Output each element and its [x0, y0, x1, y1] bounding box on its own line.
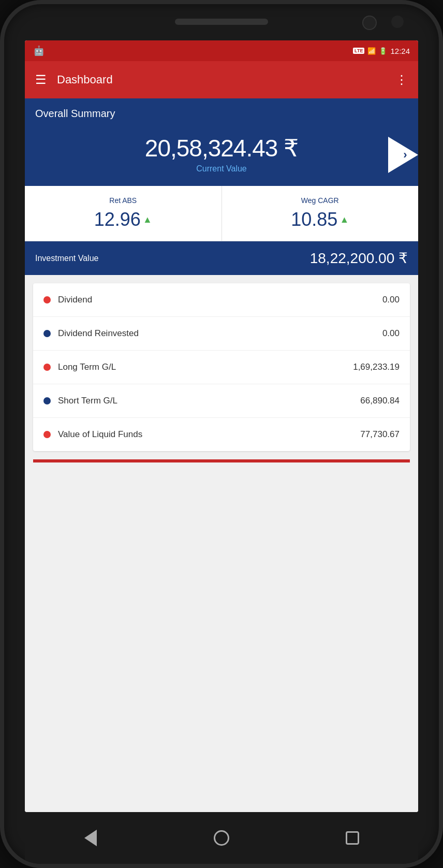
summary-section: Overall Summary 20,58,324.43 ₹ Current V… [25, 98, 418, 275]
weg-cagr-value: 10.85 ▲ [232, 209, 408, 230]
table-row: Long Term G/L 1,69,233.19 [33, 351, 410, 384]
back-icon [84, 830, 97, 846]
long-term-gl-label: Long Term G/L [58, 362, 116, 372]
investment-amount: 18,22,200.00 ₹ [310, 250, 408, 267]
ret-abs-value: 12.96 ▲ [35, 209, 211, 230]
recent-button[interactable] [339, 825, 365, 851]
investment-label: Investment Value [35, 254, 98, 263]
cards-section: Dividend 0.00 Dividend Reinvested 0.00 [25, 275, 418, 471]
table-row: Value of Liquid Funds 77,730.67 [33, 418, 410, 451]
weg-cagr-up-arrow: ▲ [339, 214, 349, 225]
app-title: Dashboard [57, 73, 395, 86]
app-bar: ☰ Dashboard ⋮ [25, 61, 418, 98]
dot-red-icon [43, 296, 51, 303]
liquid-funds-label: Value of Liquid Funds [58, 429, 142, 440]
current-value-label: Current Value [196, 164, 247, 173]
dot-blue-icon [43, 397, 51, 404]
dividend-label: Dividend [58, 295, 92, 305]
nav-bar [25, 812, 418, 864]
more-options-icon[interactable]: ⋮ [395, 73, 408, 87]
weg-cagr-cell: Weg CAGR 10.85 ▲ [222, 186, 419, 241]
next-arrow-button[interactable]: › [388, 137, 418, 173]
short-term-gl-label: Short Term G/L [58, 396, 117, 406]
summary-header: Overall Summary [25, 98, 418, 124]
status-bar-left: 🤖 [33, 45, 353, 56]
dividend-reinvested-value: 0.00 [382, 328, 400, 339]
time-display: 12:24 [390, 47, 410, 55]
battery-icon: 🔋 [379, 47, 387, 55]
speaker [391, 16, 404, 28]
liquid-funds-value: 77,730.67 [360, 429, 400, 440]
menu-icon[interactable]: ☰ [35, 73, 47, 87]
summary-card: Dividend 0.00 Dividend Reinvested 0.00 [33, 283, 410, 451]
dividend-reinvested-label: Dividend Reinvested [58, 328, 139, 339]
status-bar-right: LTE 📶 🔋 12:24 [353, 47, 410, 55]
home-button[interactable] [209, 825, 234, 851]
investment-bar: Investment Value 18,22,200.00 ₹ [25, 241, 418, 275]
long-term-gl-value: 1,69,233.19 [353, 362, 400, 372]
table-row: Dividend Reinvested 0.00 [33, 317, 410, 351]
home-icon [214, 830, 229, 846]
content-area: Overall Summary 20,58,324.43 ₹ Current V… [25, 98, 418, 812]
short-term-gl-value: 66,890.84 [360, 396, 400, 406]
dividend-value: 0.00 [382, 295, 400, 305]
weg-cagr-label: Weg CAGR [232, 196, 408, 205]
phone-shell: 🤖 LTE 📶 🔋 12:24 ☰ Dashboard ⋮ Overall Su… [0, 0, 443, 868]
current-value-area: 20,58,324.43 ₹ Current Value › [25, 124, 418, 186]
screen: 🤖 LTE 📶 🔋 12:24 ☰ Dashboard ⋮ Overall Su… [25, 40, 418, 812]
red-accent-bar [33, 459, 410, 462]
camera [362, 16, 377, 30]
signal-icon: 📶 [367, 47, 376, 55]
status-bar: 🤖 LTE 📶 🔋 12:24 [25, 40, 418, 61]
ret-abs-up-arrow: ▲ [143, 214, 152, 225]
table-row: Short Term G/L 66,890.84 [33, 384, 410, 418]
android-icon: 🤖 [33, 45, 45, 56]
returns-row: Ret ABS 12.96 ▲ Weg CAGR 10.85 ▲ [25, 186, 418, 241]
recent-icon [346, 831, 359, 845]
summary-title: Overall Summary [35, 108, 115, 119]
dot-red-icon [43, 364, 51, 371]
dot-blue-icon [43, 330, 51, 337]
dot-red-icon [43, 431, 51, 438]
current-value-amount: 20,58,324.43 ₹ [145, 134, 298, 162]
lte-badge: LTE [353, 48, 364, 54]
ret-abs-label: Ret ABS [35, 196, 211, 205]
table-row: Dividend 0.00 [33, 283, 410, 317]
ret-abs-cell: Ret ABS 12.96 ▲ [25, 186, 222, 241]
back-button[interactable] [78, 825, 104, 851]
